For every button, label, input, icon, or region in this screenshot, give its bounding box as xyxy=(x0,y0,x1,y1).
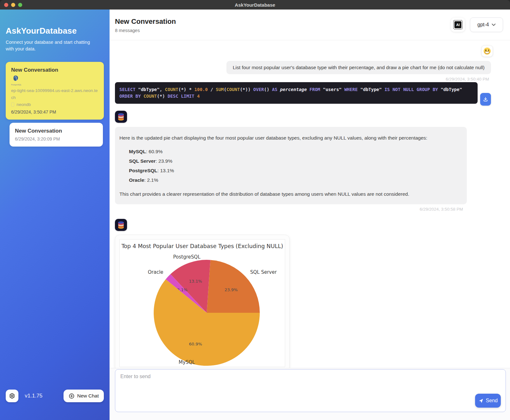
conversation-title: New Conversation xyxy=(15,128,97,134)
composer: Send xyxy=(115,369,506,412)
send-button[interactable]: Send xyxy=(475,394,501,408)
postgresql-logo: PostgreSQL xyxy=(11,75,21,86)
main-panel: New Conversation 8 messages AI gpt-4 xyxy=(110,10,510,420)
conversation-title: New Conversation xyxy=(11,67,98,73)
pie-slice-label: MySQL xyxy=(178,359,195,365)
message-timestamp: 6/29/2024, 3:50:40 PM xyxy=(446,77,489,82)
message-count: 8 messages xyxy=(115,28,176,33)
db-type-list: MySQL: 60.9%SQL Server: 23.9%PostgreSQL:… xyxy=(129,147,462,185)
user-message-bubble: List four most popular user's database t… xyxy=(226,61,491,74)
database-name: neondb xyxy=(17,102,31,107)
user-avatar xyxy=(481,45,493,57)
composer-zone: Send xyxy=(110,368,510,420)
conversation-timestamp: 6/29/2024, 3:50:47 PM xyxy=(11,109,98,115)
pie-slice-label: PostgreSQL xyxy=(173,254,200,260)
pie-chart: 23.9%SQL Server13.1%PostgreSQL2.1%Oracle… xyxy=(120,240,285,367)
download-button[interactable] xyxy=(480,93,491,106)
app-tagline: Connect your database and start chatting… xyxy=(6,39,98,52)
chevron-down-icon xyxy=(492,23,496,26)
pie-slice-sql-server xyxy=(207,260,260,313)
pie-chart-card: Top 4 Most Popular User Database Types (… xyxy=(115,235,290,368)
send-icon xyxy=(478,398,484,404)
conversation-timestamp: 6/29/2024, 3:20:09 PM xyxy=(15,136,97,141)
db-type-item: SQL Server: 23.9% xyxy=(129,156,462,166)
chat-header: New Conversation 8 messages AI gpt-4 xyxy=(110,10,510,40)
settings-button[interactable] xyxy=(6,390,18,402)
gear-icon xyxy=(9,392,16,399)
ai-chip-icon: AI xyxy=(453,20,463,30)
send-label: Send xyxy=(486,398,498,404)
sql-code-block: SELECT "dbType", COUNT(*) * 100.0 / SUM(… xyxy=(115,82,478,104)
ai-settings-button[interactable]: AI xyxy=(451,18,465,32)
sidebar: AskYourDatabase Connect your database an… xyxy=(0,10,110,420)
model-select[interactable]: gpt-4 xyxy=(470,17,503,32)
conversation-card-active[interactable]: New Conversation PostgreSQL ep-tight-sea… xyxy=(6,62,104,120)
database-mini-icon xyxy=(11,102,14,107)
pie-slice-label: Oracle xyxy=(148,269,163,275)
plus-circle-icon xyxy=(69,393,75,399)
assistant-intro: Here is the updated pie chart displaying… xyxy=(119,134,462,142)
app-version: v1.1.75 xyxy=(25,393,43,399)
database-stack-icon xyxy=(117,113,125,121)
assistant-message-bubble: Here is the updated pie chart displaying… xyxy=(115,127,467,204)
connection-host: ep-tight-sea-10099984.us-east-2.aws.neon… xyxy=(11,87,98,101)
new-chat-button[interactable]: New Chat xyxy=(64,390,104,402)
pie-percent-label: 60.9% xyxy=(189,342,202,346)
message-timestamp: 6/29/2024, 3:50:58 PM xyxy=(419,207,463,212)
pie-percent-label: 23.9% xyxy=(225,287,238,292)
assistant-avatar xyxy=(115,111,127,123)
engine-caption: PostgreSQL xyxy=(11,84,21,86)
grinning-emoji-icon xyxy=(484,48,491,55)
app-window: AskYourDatabase AskYourDatabase Connect … xyxy=(0,0,510,420)
sql-code: SELECT "dbType", COUNT(*) * 100.0 / SUM(… xyxy=(119,87,465,99)
database-stack-icon xyxy=(117,221,125,229)
titlebar: AskYourDatabase xyxy=(0,0,510,10)
pie-percent-label: 13.1% xyxy=(189,279,202,284)
window-title: AskYourDatabase xyxy=(0,2,510,8)
assistant-avatar xyxy=(115,219,127,231)
page-title: New Conversation xyxy=(115,17,176,26)
app-brand: AskYourDatabase xyxy=(6,26,104,36)
new-chat-label: New Chat xyxy=(77,393,99,399)
db-type-item: MySQL: 60.9% xyxy=(129,147,462,156)
download-icon xyxy=(483,96,488,102)
message-input[interactable] xyxy=(115,370,506,412)
db-type-item: Oracle: 2.1% xyxy=(129,175,462,185)
model-select-value: gpt-4 xyxy=(477,22,489,28)
db-type-item: PostgreSQL: 13.1% xyxy=(129,166,462,175)
pie-chart-plot: Top 4 Most Popular User Database Types (… xyxy=(119,239,285,367)
assistant-outro: This chart provides a clearer representa… xyxy=(119,190,462,198)
pie-slice-label: SQL Server xyxy=(250,269,277,275)
conversation-card[interactable]: New Conversation 6/29/2024, 3:20:09 PM xyxy=(10,123,103,147)
message-list: List four most popular user's database t… xyxy=(110,40,510,368)
